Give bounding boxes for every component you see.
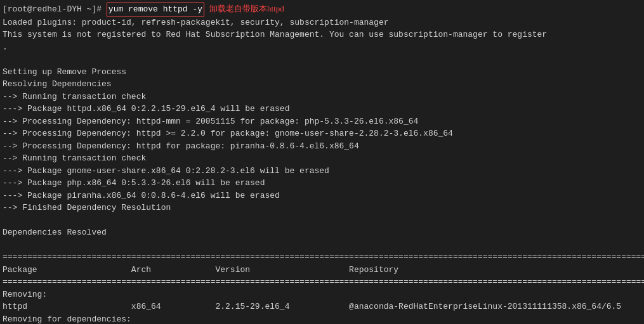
- separator-bottom: ========================================…: [3, 276, 641, 288]
- output-line-4: [3, 53, 641, 66]
- output-line-9: --> Processing Dependency: httpd-mmn = 2…: [3, 115, 641, 128]
- output-line-5: Setting up Remove Process: [3, 66, 641, 79]
- output-line-12: --> Running transaction check: [3, 152, 641, 165]
- table-header: Package Arch Version Repository Size: [3, 264, 641, 276]
- separator-top: ========================================…: [3, 251, 641, 264]
- terminal-window: [root@redhel-DYH ~]# yum remove httpd -y…: [0, 0, 644, 324]
- removing-label: Removing:: [3, 288, 641, 301]
- command-box: yum remove httpd -y: [107, 3, 204, 16]
- output-line-14: ---> Package php.x86_64 0:5.3.3-26.el6 w…: [3, 177, 641, 190]
- prompt: [root@redhel-DYH ~]#: [3, 3, 107, 16]
- output-line-17: [3, 214, 641, 227]
- output-line-3: .: [3, 41, 641, 54]
- output-line-7: --> Running transaction check: [3, 91, 641, 103]
- output-line-19: [3, 239, 641, 252]
- output-line-2: This system is not registered to Red Hat…: [3, 29, 641, 41]
- removing-deps-label: Removing for dependencies:: [3, 313, 641, 325]
- annotation: 卸载老自带版本httpd: [209, 3, 284, 15]
- output-line-1: Loaded plugins: product-id, refresh-pack…: [3, 16, 641, 29]
- command-line: [root@redhel-DYH ~]# yum remove httpd -y…: [3, 3, 641, 16]
- output-line-10: --> Processing Dependency: httpd >= 2.2.…: [3, 127, 641, 140]
- output-line-6: Resolving Dependencies: [3, 78, 641, 91]
- output-line-11: --> Processing Dependency: httpd for pac…: [3, 140, 641, 153]
- output-line-15: ---> Package piranha.x86_64 0:0.8.6-4.el…: [3, 190, 641, 202]
- httpd-row: httpd x86_64 2.2.15-29.el6_4 @anaconda-R…: [3, 301, 641, 313]
- output-line-18: Dependencies Resolved: [3, 226, 641, 239]
- output-line-8: ---> Package httpd.x86_64 0:2.2.15-29.el…: [3, 103, 641, 115]
- output-line-13: ---> Package gnome-user-share.x86_64 0:2…: [3, 165, 641, 178]
- output-line-16: --> Finished Dependency Resolution: [3, 202, 641, 214]
